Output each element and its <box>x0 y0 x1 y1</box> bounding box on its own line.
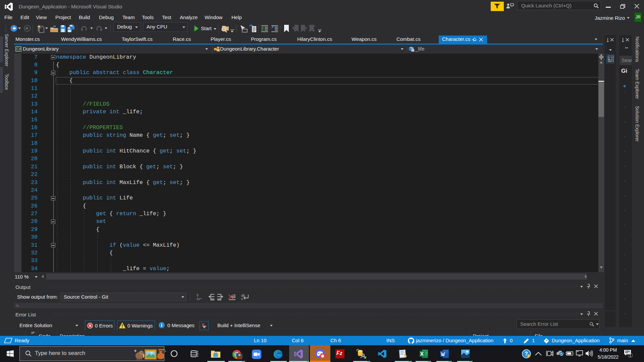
svg-text:c: c <box>241 297 243 301</box>
svg-text:1: 1 <box>630 354 631 357</box>
